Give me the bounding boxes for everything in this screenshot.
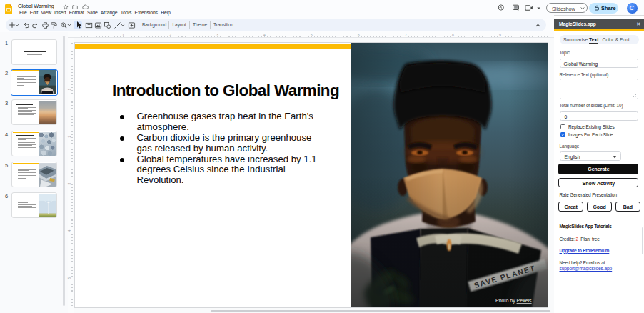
svg-text:Photo by Pexels: Photo by Pexels [495,298,532,304]
